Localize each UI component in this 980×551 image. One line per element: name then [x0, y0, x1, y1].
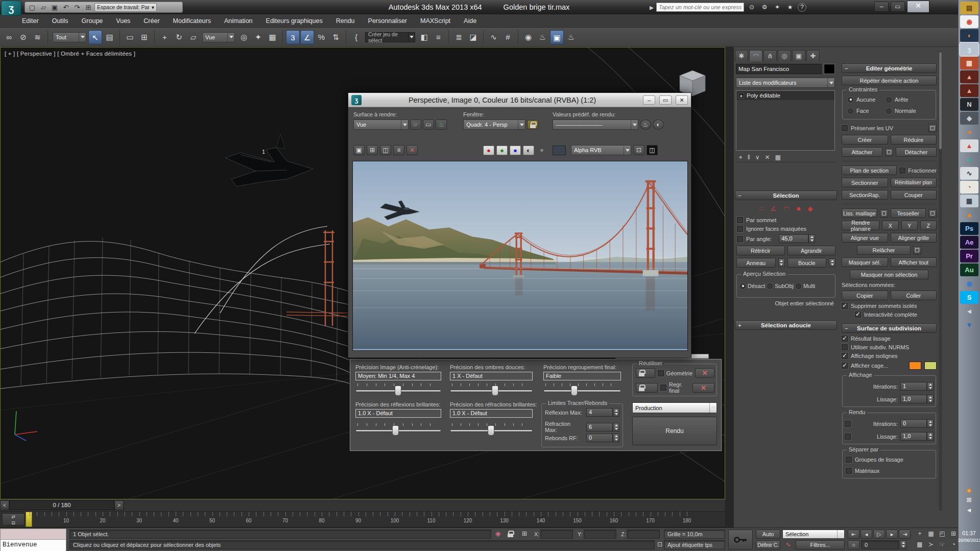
by-vertex-checkbox[interactable]	[737, 217, 743, 223]
network-error-icon[interactable]: ⊠	[958, 496, 980, 507]
time-tag-field[interactable]: Ajout étiquette tps	[664, 540, 725, 549]
mudbox-1-icon[interactable]: ▲	[960, 70, 978, 83]
autodesk-red-icon[interactable]: ▦	[960, 57, 978, 69]
msmooth-settings-icon[interactable]	[880, 209, 888, 218]
communication-center-icon[interactable]: ✦	[772, 3, 782, 12]
slice-button[interactable]: Sectionner	[842, 178, 888, 187]
preview-multi-radio[interactable]	[796, 283, 801, 289]
keyboard-override-icon[interactable]: ▦	[266, 30, 279, 44]
render-iterations-stepper[interactable]: 0	[900, 419, 934, 428]
rect-region-icon[interactable]: ▭	[123, 30, 137, 44]
cage-color-2-swatch[interactable]	[924, 362, 937, 370]
subdivision-rollout-header[interactable]: −Surface de subdivision	[842, 323, 937, 333]
create-button[interactable]: Créer	[842, 135, 888, 145]
relax-button[interactable]: Relâcher	[857, 245, 911, 255]
hide-unselected-button[interactable]: Masquer non sélection	[850, 270, 928, 279]
clone-window-icon[interactable]: ◫	[380, 145, 391, 155]
curves-toggle-icon[interactable]: ∿	[782, 540, 794, 549]
minimize-button[interactable]: –	[874, 2, 889, 12]
search-input[interactable]	[656, 3, 744, 12]
composite-icon[interactable]: ◫	[647, 145, 658, 155]
slice-plane-button[interactable]: Plan de section	[842, 165, 897, 175]
redo-icon[interactable]: ↷	[72, 4, 82, 11]
unhide-all-button[interactable]: Afficher tout	[891, 257, 937, 267]
frame-counter[interactable]: 0 / 180	[9, 500, 114, 510]
view-align-button[interactable]: Aligner vue	[842, 233, 888, 243]
glossy-refraction-slider[interactable]	[450, 423, 533, 437]
percent-snap-icon[interactable]: %	[315, 30, 328, 44]
explorer-icon[interactable]: ▤	[960, 2, 978, 14]
show-end-result-icon[interactable]: ‖	[748, 154, 750, 161]
named-selection-set-field[interactable]: Créer jeu de sélect	[365, 32, 415, 42]
taskbar-clock[interactable]: 01:37 26/06/2013	[958, 530, 980, 544]
planar-x-button[interactable]: X	[882, 221, 898, 230]
skype-icon[interactable]: S	[960, 291, 978, 304]
cage-color-1-swatch[interactable]	[909, 362, 921, 370]
angle-stepper[interactable]: 45,0	[779, 234, 815, 243]
render-maximize-button[interactable]: ▭	[659, 95, 672, 105]
msmooth-button[interactable]: Liss. maillage	[842, 208, 877, 218]
unlink-icon[interactable]: ⊘	[16, 30, 30, 44]
hide-selected-button[interactable]: Masquer sél.	[842, 257, 888, 267]
border-mode-icon[interactable]: ◠	[783, 205, 789, 212]
orange-ball-icon[interactable]: ●	[960, 126, 978, 138]
select-object-icon[interactable]: ↖	[88, 30, 102, 44]
preview-off-radio[interactable]	[740, 283, 746, 289]
ring-stepper[interactable]	[778, 258, 785, 267]
menu-editeurs-graphiques[interactable]: Editeurs graphiques	[259, 14, 329, 28]
preserve-uv-checkbox[interactable]	[842, 125, 848, 131]
shrink-button[interactable]: Rétrécir	[736, 246, 785, 255]
menu-modificateurs[interactable]: Modificateurs	[166, 14, 218, 28]
edit-geometry-rollout-header[interactable]: −Editer géométrie	[842, 63, 937, 73]
chrome-icon[interactable]: ◉	[960, 15, 978, 28]
angle-snap-icon[interactable]: ∠	[300, 30, 314, 44]
mini-curve-editor-button[interactable]: ⇄⊟	[2, 513, 25, 525]
key-filter-dropdown[interactable]: Sélection	[782, 530, 845, 539]
grid-align-button[interactable]: Aligner grille	[891, 233, 937, 243]
time-ruler[interactable]: ⇄⊟ 1020304050607080901001101201301401501…	[0, 512, 725, 528]
select-scale-icon[interactable]: ▱	[186, 30, 200, 44]
z-coordinate-field[interactable]	[627, 530, 660, 539]
project-folder-icon[interactable]: ⊞	[83, 4, 93, 11]
y-coordinate-field[interactable]	[584, 530, 616, 539]
repeat-last-button[interactable]: Répéter dernière action	[842, 76, 937, 85]
maxscript-mini-listener[interactable]: Bienvenue	[0, 529, 66, 551]
layers-icon[interactable]: ⊡	[633, 145, 644, 155]
tab-display[interactable]: ▣	[792, 50, 805, 61]
render-iterations-checkbox[interactable]	[845, 421, 851, 427]
pan-arrow-icon[interactable]: ≻	[925, 540, 937, 549]
materials-checkbox[interactable]	[846, 468, 852, 474]
zoom-extents-icon[interactable]: ▦	[925, 530, 937, 539]
undo-icon[interactable]: ↶	[61, 4, 71, 11]
absolute-mode-icon[interactable]: ⊞	[519, 530, 530, 539]
sign-app-icon[interactable]: ▲	[960, 139, 978, 152]
frame-stepper[interactable]	[900, 540, 906, 549]
object-color-swatch[interactable]	[824, 64, 835, 74]
collapse-button[interactable]: Réduire	[891, 135, 937, 145]
x-coordinate-field[interactable]	[540, 530, 573, 539]
edit-region-icon[interactable]: ☞	[410, 119, 421, 130]
menu-vues[interactable]: Vues	[109, 14, 137, 28]
window-crossing-icon[interactable]: ⊞	[137, 30, 151, 44]
premiere-icon[interactable]: Pr	[960, 250, 978, 262]
red-channel-icon[interactable]: ●	[483, 146, 494, 155]
field-of-view-icon[interactable]: ⊞	[948, 530, 959, 539]
tessellate-button[interactable]: Tesseller	[891, 208, 926, 218]
select-manipulate-icon[interactable]: ✦	[251, 30, 265, 44]
menu-personnaliser[interactable]: Personnaliser	[362, 14, 414, 28]
go-to-start-button[interactable]: ⇤	[848, 530, 859, 539]
edge-mode-icon[interactable]: ∠	[771, 205, 777, 212]
link-icon[interactable]: ∞	[2, 30, 16, 44]
gray-app-icon[interactable]: ◆	[960, 112, 978, 125]
render-smoothness-stepper[interactable]: 1,0	[900, 432, 934, 441]
planar-z-button[interactable]: Z	[920, 221, 937, 230]
soft-shadows-field[interactable]: 1 X - Défaut	[450, 372, 533, 380]
next-frame-button[interactable]: ▸	[886, 530, 898, 539]
tab-modify[interactable]: ◠	[749, 50, 762, 61]
search-icon[interactable]: ⊙	[747, 3, 757, 12]
orbit-icon[interactable]: ◔	[948, 540, 959, 549]
spinner-snap-icon[interactable]: ⇅	[329, 30, 343, 44]
listener-pane[interactable]: Bienvenue	[1, 540, 66, 551]
layer-manager-icon[interactable]: ≣	[452, 30, 466, 44]
glossy-reflection-slider[interactable]	[355, 423, 441, 437]
